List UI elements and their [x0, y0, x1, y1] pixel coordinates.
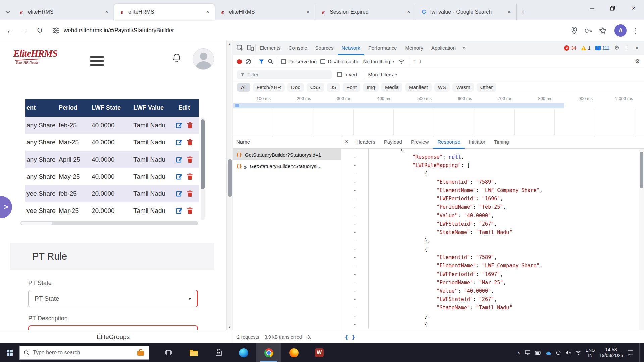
filter-chip-js[interactable]: JS — [327, 83, 340, 92]
fold-marker[interactable]: - — [341, 279, 369, 287]
forward-button[interactable]: → — [20, 26, 30, 35]
scrollbar-thumb[interactable] — [640, 152, 643, 188]
invert-checkbox[interactable]: Invert — [337, 72, 357, 77]
fold-marker[interactable]: - — [341, 228, 369, 237]
more-panels-button[interactable]: » — [460, 45, 468, 51]
fold-marker[interactable]: - — [341, 178, 369, 186]
start-button[interactable] — [0, 343, 19, 362]
taskbar-search-box[interactable]: Type here to search — [19, 346, 149, 360]
tab-search-button[interactable] — [2, 4, 13, 20]
browser-tab[interactable]: eeliteHRMS× — [13, 4, 114, 20]
devtools-tab-network[interactable]: Network — [338, 41, 364, 55]
filter-chip-css[interactable]: CSS — [307, 83, 324, 92]
delete-icon[interactable] — [187, 156, 193, 163]
disable-cache-checkbox[interactable]: Disable cache — [320, 59, 359, 64]
devtools-settings-button[interactable]: ⚙ — [612, 41, 622, 55]
volume-icon[interactable] — [565, 350, 571, 355]
microsoft-store-button[interactable] — [206, 343, 231, 362]
browser-tab[interactable]: eeliteHRMS× — [215, 4, 315, 20]
profile-avatar[interactable]: A — [614, 24, 627, 37]
response-scrollbar[interactable] — [639, 149, 644, 330]
word-button[interactable]: W — [307, 343, 332, 362]
tab-close-button[interactable]: × — [204, 8, 211, 16]
fold-marker[interactable]: - — [341, 295, 369, 304]
wifi-icon[interactable] — [575, 351, 581, 355]
clear-network-log-button[interactable] — [246, 59, 251, 64]
fold-marker[interactable]: - — [341, 270, 369, 279]
scrollbar-thumb[interactable] — [228, 159, 232, 197]
network-conditions-icon[interactable] — [398, 59, 405, 64]
device-toolbar-button[interactable] — [245, 41, 255, 55]
edit-icon[interactable] — [176, 173, 183, 180]
devtools-tab-application[interactable]: Application — [427, 41, 460, 55]
chrome-button[interactable] — [256, 343, 281, 362]
details-tab-timing[interactable]: Timing — [490, 135, 513, 149]
filter-chip-other[interactable]: Other — [477, 83, 497, 92]
filter-chip-wasm[interactable]: Wasm — [452, 83, 474, 92]
fold-marker[interactable]: - — [341, 161, 369, 170]
fold-marker[interactable]: - — [341, 220, 369, 228]
filter-chip-fetch-xhr[interactable]: Fetch/XHR — [253, 83, 285, 92]
monitor-icon[interactable] — [525, 350, 531, 355]
pt-description-input[interactable] — [28, 325, 198, 330]
filter-chip-ws[interactable]: WS — [434, 83, 450, 92]
throttling-select[interactable]: No throttling ▾ — [363, 59, 394, 64]
password-key-icon[interactable] — [585, 28, 592, 33]
back-button[interactable]: ← — [5, 26, 15, 35]
browser-tab[interactable]: Glwf value - Google Search× — [416, 4, 517, 20]
delete-icon[interactable] — [187, 190, 193, 197]
devtools-tab-sources[interactable]: Sources — [311, 41, 338, 55]
delete-icon[interactable] — [187, 139, 193, 146]
fold-marker[interactable]: - — [341, 153, 369, 161]
browser-tab[interactable]: eeliteHRMS× — [114, 4, 215, 20]
scroll-up-arrow[interactable]: ▲ — [227, 41, 233, 47]
edit-icon[interactable] — [176, 122, 183, 129]
fold-marker[interactable]: - — [341, 287, 369, 295]
scrollbar-thumb[interactable] — [201, 119, 205, 189]
edit-icon[interactable] — [176, 190, 183, 197]
edge-button[interactable] — [231, 343, 256, 362]
delete-icon[interactable] — [187, 173, 193, 180]
fold-marker[interactable]: - — [341, 320, 369, 329]
filter-chip-manifest[interactable]: Manifest — [405, 83, 432, 92]
filter-chip-doc[interactable]: Doc — [287, 83, 304, 92]
fold-marker[interactable]: - — [341, 253, 369, 262]
details-tab-preview[interactable]: Preview — [407, 135, 433, 149]
scrollbar-thumb[interactable] — [21, 222, 52, 225]
menu-toggle-button[interactable] — [90, 56, 104, 66]
search-icon[interactable] — [268, 59, 273, 64]
onedrive-cloud-icon[interactable] — [546, 351, 552, 355]
pt-state-select[interactable]: PT State ▾ — [28, 290, 198, 307]
record-network-log-button[interactable] — [237, 59, 242, 64]
filter-funnel-icon[interactable] — [259, 59, 264, 64]
bookmark-star-icon[interactable] — [599, 27, 606, 34]
sidebar-expand-button[interactable]: > — [0, 196, 12, 218]
edit-icon[interactable] — [176, 156, 183, 163]
more-filters-button[interactable]: More filters ▾ — [368, 72, 397, 77]
delete-icon[interactable] — [187, 122, 193, 129]
close-details-button[interactable]: × — [342, 138, 352, 145]
issues-badge[interactable]: ! 111 — [595, 45, 609, 51]
browser-tab[interactable]: eSession Expired× — [315, 4, 416, 20]
tab-close-button[interactable]: × — [505, 8, 513, 16]
status-circle-icon[interactable] — [556, 350, 561, 355]
site-info-icon[interactable] — [52, 27, 59, 34]
tab-close-button[interactable]: × — [103, 8, 110, 16]
tab-close-button[interactable]: × — [304, 8, 312, 16]
tab-close-button[interactable]: × — [405, 8, 412, 16]
fold-marker[interactable]: - — [341, 245, 369, 253]
language-indicator[interactable]: ENG IN — [586, 348, 595, 358]
fold-marker[interactable]: - — [341, 212, 369, 220]
fold-marker[interactable]: - — [341, 195, 369, 203]
fold-marker[interactable]: - — [341, 262, 369, 270]
window-close-button[interactable]: × — [623, 0, 644, 17]
location-icon[interactable] — [571, 27, 577, 34]
network-request[interactable]: {}GetStatuaryBuilder?Statuorysid=1 — [233, 149, 341, 160]
notifications-button[interactable] — [172, 53, 182, 65]
delete-icon[interactable] — [187, 207, 193, 214]
url-text[interactable]: web4.elitehrms.in/#/Payroll/StatutoryBui… — [64, 27, 174, 34]
filter-chip-font[interactable]: Font — [343, 83, 360, 92]
filter-chip-all[interactable]: All — [237, 83, 250, 92]
search-highlight[interactable] — [137, 349, 145, 356]
scroll-down-arrow[interactable]: ▼ — [227, 324, 233, 330]
